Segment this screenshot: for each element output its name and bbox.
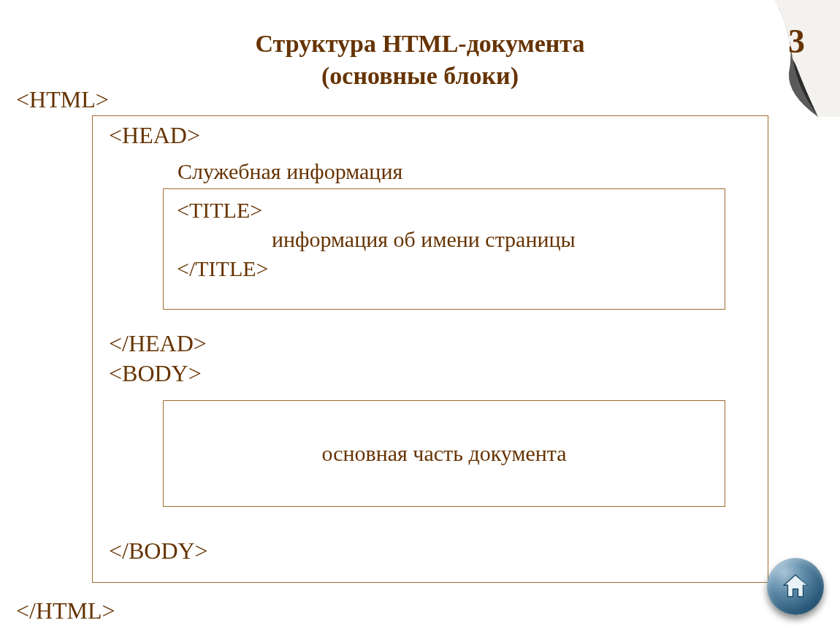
html-container-box: <HEAD> Служебная информация <TITLE> инфо… <box>92 115 768 583</box>
home-button[interactable] <box>767 558 824 615</box>
slide-title-line1: Структура HTML-документа <box>0 28 840 60</box>
tag-title-close: </TITLE> <box>177 256 711 281</box>
slide-title-line2: (основные блоки) <box>0 60 840 92</box>
tag-head-close: </HEAD> <box>93 310 768 357</box>
tag-title-open: <TITLE> <box>177 198 711 223</box>
tag-body-open: <BODY> <box>93 357 768 387</box>
tag-body-close: </BODY> <box>93 507 768 565</box>
tag-html-open: <HTML> <box>16 86 109 113</box>
tag-html-close: </HTML> <box>16 597 115 624</box>
label-body-content: основная часть документа <box>321 441 566 466</box>
label-service-info: Служебная информация <box>93 149 768 188</box>
home-icon <box>780 571 811 602</box>
tag-head-open: <HEAD> <box>93 116 768 149</box>
body-container-box: основная часть документа <box>163 400 725 507</box>
title-container-box: <TITLE> информация об имени страницы </T… <box>163 188 725 310</box>
slide-title: Структура HTML-документа (основные блоки… <box>0 0 840 92</box>
slide-number: 3 <box>788 22 805 61</box>
label-title-info: информация об имени страницы <box>177 223 711 256</box>
